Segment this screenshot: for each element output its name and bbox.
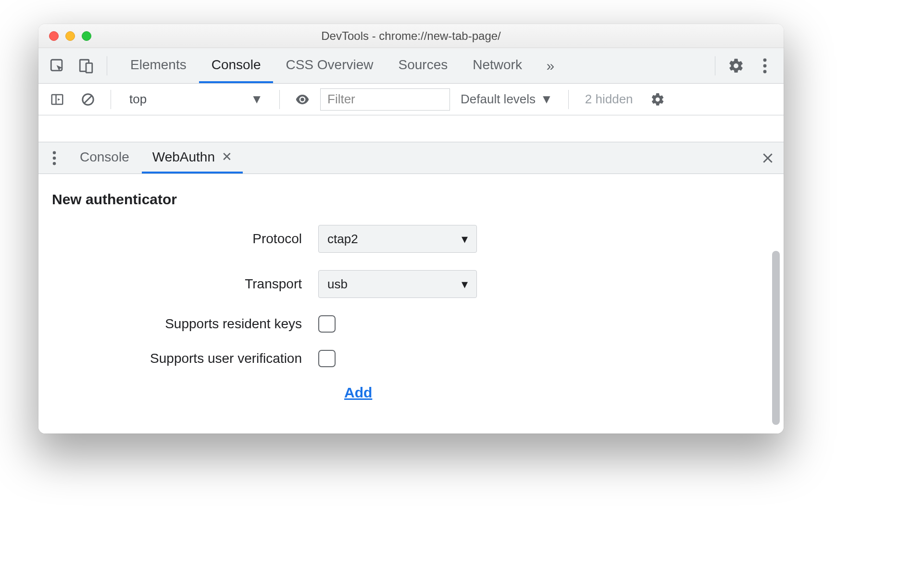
svg-point-12 bbox=[53, 162, 56, 165]
drawer-tab-label: WebAuthn bbox=[152, 149, 215, 165]
execution-context-selector[interactable]: top ▼ bbox=[121, 88, 270, 111]
svg-point-10 bbox=[53, 151, 56, 154]
drawer-tab-console[interactable]: Console bbox=[69, 142, 140, 173]
add-row: Add bbox=[52, 384, 770, 401]
svg-point-11 bbox=[53, 156, 56, 160]
console-settings-gear-icon[interactable] bbox=[645, 87, 671, 112]
toolbar-divider bbox=[568, 90, 569, 109]
new-authenticator-form: Protocol ctap2 ▾ Transport usb ▾ Support… bbox=[52, 225, 770, 401]
clear-console-icon[interactable] bbox=[75, 87, 101, 112]
svg-point-5 bbox=[763, 70, 767, 73]
resident-keys-checkbox[interactable] bbox=[318, 315, 336, 333]
toolbar-divider bbox=[107, 56, 107, 75]
transport-select[interactable]: usb ▾ bbox=[318, 270, 477, 298]
protocol-value: ctap2 bbox=[327, 232, 358, 247]
section-title: New authenticator bbox=[52, 191, 770, 208]
drawer-kebab-menu-icon[interactable] bbox=[41, 145, 67, 171]
close-drawer-icon[interactable] bbox=[755, 145, 781, 171]
tab-sources[interactable]: Sources bbox=[386, 48, 461, 83]
user-verification-checkbox[interactable] bbox=[318, 350, 336, 367]
chevron-down-icon: ▾ bbox=[462, 232, 468, 247]
main-tabstrip: Elements Console CSS Overview Sources Ne… bbox=[118, 48, 535, 83]
close-tab-icon[interactable]: ✕ bbox=[222, 149, 232, 164]
scrollbar-thumb[interactable] bbox=[772, 251, 780, 425]
chevron-down-icon: ▾ bbox=[462, 277, 468, 292]
titlebar: DevTools - chrome://new-tab-page/ bbox=[38, 24, 784, 48]
console-filter-input[interactable] bbox=[320, 88, 450, 111]
close-window-button[interactable] bbox=[49, 31, 59, 41]
console-output-area bbox=[38, 115, 784, 142]
zoom-window-button[interactable] bbox=[82, 31, 91, 41]
drawer-tab-webauthn[interactable]: WebAuthn ✕ bbox=[142, 142, 243, 173]
chevron-down-icon: ▼ bbox=[250, 92, 263, 107]
transport-label: Transport bbox=[52, 276, 302, 292]
hidden-messages-count[interactable]: 2 hidden bbox=[578, 92, 640, 107]
drawer-tab-label: Console bbox=[80, 149, 129, 165]
transport-row: Transport usb ▾ bbox=[52, 270, 770, 298]
window-title: DevTools - chrome://new-tab-page/ bbox=[38, 29, 784, 43]
gear-icon[interactable] bbox=[723, 53, 749, 79]
toolbar-divider bbox=[279, 90, 280, 109]
svg-rect-2 bbox=[86, 63, 92, 73]
drawer-tabbar: Console WebAuthn ✕ bbox=[38, 142, 784, 174]
minimize-window-button[interactable] bbox=[65, 31, 75, 41]
log-levels-label: Default levels bbox=[461, 92, 536, 107]
webauthn-panel: New authenticator Protocol ctap2 ▾ Trans… bbox=[38, 174, 784, 434]
resident-keys-label: Supports resident keys bbox=[52, 316, 302, 332]
tab-network[interactable]: Network bbox=[460, 48, 535, 83]
devtools-main-toolbar: Elements Console CSS Overview Sources Ne… bbox=[38, 48, 784, 84]
resident-keys-row: Supports resident keys bbox=[52, 315, 770, 333]
tab-console[interactable]: Console bbox=[199, 48, 274, 83]
chevron-down-icon: ▼ bbox=[540, 92, 553, 107]
vertical-scrollbar[interactable] bbox=[771, 174, 781, 425]
add-authenticator-button[interactable]: Add bbox=[344, 384, 372, 401]
user-verification-row: Supports user verification bbox=[52, 350, 770, 367]
svg-rect-0 bbox=[51, 60, 62, 71]
protocol-label: Protocol bbox=[52, 231, 302, 247]
toolbar-divider bbox=[111, 90, 111, 109]
svg-rect-6 bbox=[52, 95, 63, 104]
tab-css-overview[interactable]: CSS Overview bbox=[273, 48, 386, 83]
svg-point-4 bbox=[763, 64, 767, 67]
traffic-lights bbox=[49, 31, 91, 41]
console-sidebar-toggle-icon[interactable] bbox=[44, 87, 70, 112]
protocol-select[interactable]: ctap2 ▾ bbox=[318, 225, 477, 253]
log-levels-selector[interactable]: Default levels ▼ bbox=[455, 92, 559, 107]
console-toolbar: top ▼ Default levels ▼ 2 hidden bbox=[38, 84, 784, 115]
svg-point-3 bbox=[763, 58, 767, 62]
user-verification-label: Supports user verification bbox=[52, 351, 302, 366]
live-expression-icon[interactable] bbox=[289, 87, 315, 112]
tab-elements[interactable]: Elements bbox=[118, 48, 199, 83]
execution-context-label: top bbox=[129, 92, 147, 107]
device-toggle-icon[interactable] bbox=[73, 53, 99, 79]
more-tabs-button[interactable]: » bbox=[537, 53, 563, 79]
protocol-row: Protocol ctap2 ▾ bbox=[52, 225, 770, 253]
inspect-element-icon[interactable] bbox=[44, 53, 70, 79]
toolbar-divider bbox=[715, 56, 715, 75]
kebab-menu-icon[interactable] bbox=[752, 53, 778, 79]
transport-value: usb bbox=[327, 277, 348, 292]
svg-line-9 bbox=[85, 96, 92, 103]
devtools-window: DevTools - chrome://new-tab-page/ Elemen… bbox=[38, 24, 784, 434]
